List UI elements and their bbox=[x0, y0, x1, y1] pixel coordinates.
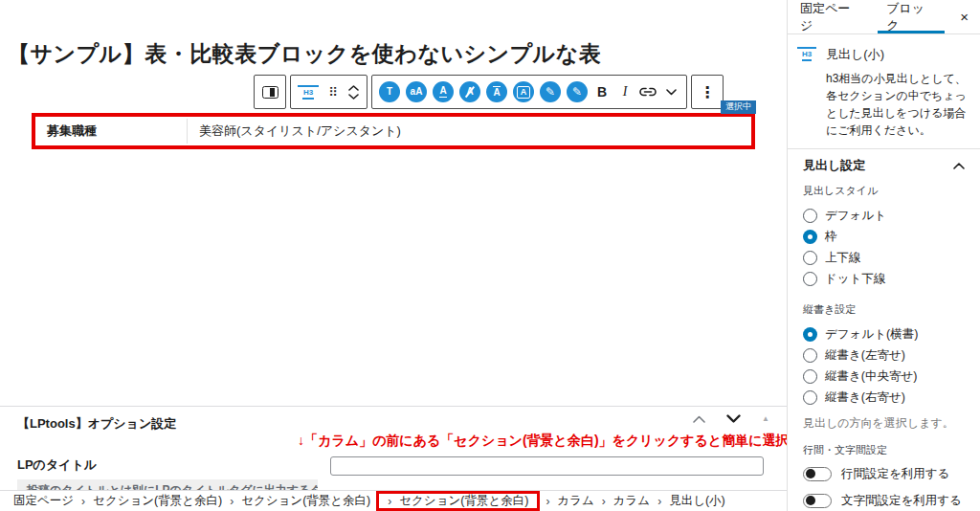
block-breadcrumb-bar: 固定ページ › セクション(背景と余白) › セクション(背景と余白) › セク… bbox=[0, 490, 787, 511]
chevron-up-icon bbox=[953, 163, 965, 169]
red-annotation-text: ↓「カラム」の前にある「セクション(背景と余白)」をクリックすると簡単に選択でき… bbox=[298, 433, 786, 450]
settings-sidebar: 固定ページ ブロック × H3 見出し(小) h3相当の小見出しとして、各セクシ… bbox=[787, 0, 980, 511]
close-icon: × bbox=[960, 9, 969, 25]
block-editor-screen: 【サンプル】表・比較表ブロックを使わないシンプルな表 H3 ⠿ bbox=[0, 0, 980, 511]
radio-icon bbox=[803, 272, 817, 286]
radio-style-default[interactable]: デフォルト bbox=[803, 206, 965, 226]
options-group: ⋮ bbox=[691, 75, 724, 109]
radio-icon bbox=[803, 369, 817, 384]
heading-style-label: 見出しスタイル bbox=[803, 184, 965, 198]
radio-icon bbox=[803, 390, 817, 405]
radio-icon bbox=[803, 251, 817, 265]
radio-icon bbox=[803, 348, 817, 363]
vertical-help-text: 見出しの方向を選択します。 bbox=[803, 415, 965, 432]
toggle-off-icon bbox=[803, 494, 832, 508]
toggle-line-height[interactable]: 行間設定を利用する bbox=[803, 463, 965, 484]
document-heading[interactable]: 【サンプル】表・比較表ブロックを使わないシンプルな表 bbox=[8, 39, 601, 69]
breadcrumb-highlight-box: › セクション(背景と余白) bbox=[376, 491, 540, 511]
block-switcher-group: H3 ⠿ bbox=[290, 75, 368, 109]
italic-button[interactable]: I bbox=[613, 76, 636, 108]
table-cell-value[interactable]: 美容師(スタイリスト/アシスタント) bbox=[188, 117, 751, 145]
block-toolbar: H3 ⠿ T aA A A A A ✎ ✎ B bbox=[254, 75, 724, 109]
marker-pen-button[interactable]: ✎ bbox=[567, 81, 588, 102]
radio-vertical-left[interactable]: 縦書き(左寄せ) bbox=[803, 345, 965, 366]
formatting-group: T aA A A A A ✎ ✎ B I bbox=[371, 75, 687, 109]
lp-title-input[interactable] bbox=[330, 456, 764, 476]
font-size-button[interactable]: aA bbox=[406, 81, 427, 102]
block-info-card: H3 見出し(小) h3相当の小見出しとして、各セクションの中でちょっとした見出… bbox=[788, 34, 980, 148]
breadcrumb-item-section-2[interactable]: セクション(背景と余白) bbox=[237, 493, 374, 509]
h3-block-icon: H3 bbox=[298, 85, 319, 100]
heading-settings-body: 見出しスタイル デフォルト 枠 上下線 ドット下線 縦書き設定 デフォルト(横書… bbox=[788, 184, 980, 511]
strikethrough-button[interactable]: A bbox=[459, 81, 480, 102]
breadcrumb-separator: › bbox=[654, 495, 665, 508]
lp-title-description: 投稿のタイトルとは別にLPのタイトルタグに出力するタイトルを設 bbox=[17, 479, 318, 490]
move-up-icon bbox=[348, 85, 359, 91]
move-panel-up-icon[interactable] bbox=[693, 415, 705, 423]
columns-icon bbox=[262, 86, 278, 99]
tab-page[interactable]: 固定ページ bbox=[788, 0, 874, 33]
block-card-title: 見出し(小) bbox=[826, 46, 967, 63]
chevron-down-icon bbox=[666, 89, 677, 96]
spacing-settings-label: 行間・文字間設定 bbox=[803, 443, 965, 457]
close-sidebar-button[interactable]: × bbox=[948, 0, 980, 33]
table-cell-label[interactable]: 募集職種 bbox=[35, 117, 187, 145]
more-formats-dropdown[interactable] bbox=[659, 76, 682, 108]
breadcrumb-item-column-1[interactable]: カラム bbox=[553, 493, 597, 509]
select-parent-columns-button[interactable] bbox=[258, 76, 281, 108]
move-panel-down-icon[interactable] bbox=[726, 414, 741, 423]
vertical-writing-label: 縦書き設定 bbox=[803, 302, 965, 317]
tab-block[interactable]: ブロック bbox=[874, 0, 948, 33]
radio-style-frame[interactable]: 枠 bbox=[803, 227, 965, 247]
bold-button[interactable]: B bbox=[590, 76, 613, 108]
h3-block-icon: H3 bbox=[795, 47, 818, 139]
radio-vertical-default[interactable]: デフォルト(横書) bbox=[803, 324, 965, 344]
radio-checked-icon bbox=[803, 327, 817, 342]
lptools-options-panel: 【LPtools】オプション設定 ▲ ↓「カラム」の前にある「セクション(背景と… bbox=[0, 406, 787, 490]
lp-title-label: LPのタイトル bbox=[17, 456, 97, 474]
breadcrumb-item-page[interactable]: 固定ページ bbox=[10, 493, 78, 509]
panel-heading-settings[interactable]: 見出し設定 bbox=[788, 149, 980, 182]
block-mover[interactable] bbox=[345, 85, 363, 100]
radio-icon bbox=[803, 209, 817, 223]
link-button[interactable] bbox=[636, 76, 659, 108]
selected-table-block[interactable]: 募集職種 美容師(スタイリスト/アシスタント) bbox=[32, 113, 755, 149]
drag-handle[interactable]: ⠿ bbox=[322, 76, 345, 108]
radio-vertical-center[interactable]: 縦書き(中央寄せ) bbox=[803, 367, 965, 387]
block-options-button[interactable]: ⋮ bbox=[696, 76, 719, 108]
parent-block-group bbox=[254, 75, 286, 109]
accent-format-button[interactable]: A bbox=[486, 81, 507, 102]
panel-title: 見出し設定 bbox=[803, 157, 865, 174]
breadcrumb-item-section-3[interactable]: セクション(背景と余白) bbox=[395, 493, 532, 509]
link-icon bbox=[639, 85, 657, 99]
drag-handle-icon: ⠿ bbox=[328, 86, 338, 99]
text-color-button[interactable]: T bbox=[379, 81, 400, 102]
toggle-letter-spacing[interactable]: 文字間設定を利用する bbox=[803, 490, 965, 511]
breadcrumb-item-column-2[interactable]: カラム bbox=[610, 493, 654, 509]
block-card-description: h3相当の小見出しとして、各セクションの中でちょっとした見出しをつける場合にご利… bbox=[826, 70, 967, 139]
breadcrumb-item-section-1[interactable]: セクション(背景と余白) bbox=[89, 493, 226, 509]
breadcrumb-separator: › bbox=[542, 495, 553, 508]
toggle-off-icon bbox=[803, 467, 832, 481]
highlighter-button[interactable]: ✎ bbox=[540, 81, 561, 102]
boxed-text-button[interactable]: A bbox=[513, 81, 534, 102]
radio-checked-icon bbox=[803, 230, 817, 244]
move-down-icon bbox=[348, 94, 359, 100]
breadcrumb-separator: › bbox=[78, 495, 89, 508]
sidebar-tabs: 固定ページ ブロック × bbox=[788, 0, 980, 34]
radio-vertical-right[interactable]: 縦書き(右寄せ) bbox=[803, 388, 965, 408]
breadcrumb-separator: › bbox=[226, 495, 237, 508]
selected-badge: 選択中 bbox=[721, 100, 756, 114]
collapse-panel-icon[interactable]: ▲ bbox=[762, 415, 769, 423]
block-switcher-button[interactable]: H3 bbox=[295, 76, 322, 108]
breadcrumb-item-heading-small[interactable]: 見出し(小) bbox=[665, 493, 729, 509]
breadcrumb-separator: › bbox=[598, 495, 610, 508]
underline-button[interactable]: A bbox=[433, 81, 454, 102]
lptools-panel-title: 【LPtools】オプション設定 bbox=[17, 415, 176, 433]
metabox-controls: ▲ bbox=[693, 414, 769, 423]
radio-style-dotted-underline[interactable]: ドット下線 bbox=[803, 269, 965, 289]
radio-style-topbottom-line[interactable]: 上下線 bbox=[803, 248, 965, 268]
breadcrumb-separator: › bbox=[384, 495, 395, 508]
editor-canvas: 【サンプル】表・比較表ブロックを使わないシンプルな表 H3 ⠿ bbox=[0, 0, 787, 511]
